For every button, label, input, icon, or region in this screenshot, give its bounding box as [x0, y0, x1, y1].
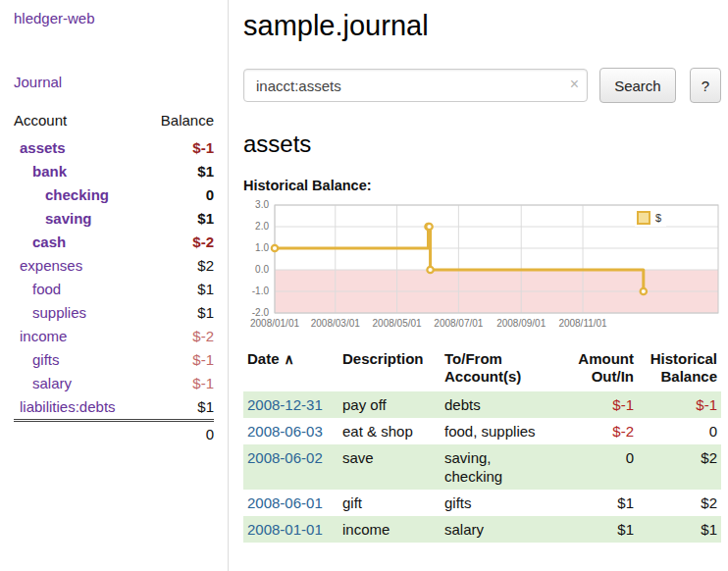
chart-ytick-label: 3.0 [255, 199, 269, 210]
account-balance: $1 [145, 278, 214, 301]
clear-search-icon[interactable]: × [570, 76, 579, 93]
accounts-total-spacer [14, 421, 145, 447]
register-header-balance: Historical Balance [638, 348, 721, 391]
chart-legend-label: $ [655, 212, 661, 224]
register-header-date[interactable]: Date∧ [243, 348, 338, 391]
account-link[interactable]: assets [20, 139, 66, 156]
register-balance: $-1 [638, 391, 721, 418]
app-title-link[interactable]: hledger-web [14, 10, 214, 26]
register-amount: $-1 [556, 391, 638, 418]
account-link[interactable]: income [20, 328, 67, 344]
page-title: sample.journal [243, 10, 721, 42]
register-description: income [338, 516, 441, 543]
account-link[interactable]: bank [32, 163, 67, 180]
accounts-total-value: 0 [145, 421, 214, 447]
search-button[interactable]: Search [599, 68, 676, 103]
register-body: 2008-12-31pay offdebts$-1$-12008-06-03ea… [243, 391, 721, 543]
account-row: assets$-1 [14, 136, 214, 160]
chart-title: Historical Balance: [243, 178, 721, 193]
register-description: pay off [338, 391, 441, 418]
account-link[interactable]: salary [32, 375, 72, 391]
account-link[interactable]: food [32, 281, 61, 297]
main-content: sample.journal × Search ? assets Histori… [243, 0, 721, 543]
account-balance: $-1 [145, 372, 214, 395]
register-balance: $1 [638, 516, 721, 543]
account-link[interactable]: checking [45, 186, 109, 203]
chart-legend-swatch-icon [638, 212, 650, 224]
chart-ytick-label: 2.0 [255, 221, 269, 232]
account-link[interactable]: gifts [32, 351, 60, 368]
chart-xtick-label: 2008/01/01 [250, 318, 299, 329]
chart-ytick-label: -2.0 [252, 307, 270, 318]
accounts-header-balance: Balance [145, 110, 214, 136]
register-amount: $1 [556, 516, 638, 543]
account-balance: 0 [145, 183, 214, 207]
register-description: eat & shop [338, 418, 441, 444]
transaction-date-link[interactable]: 2008-06-03 [247, 423, 323, 440]
account-balance: $-2 [145, 231, 214, 254]
search-input[interactable] [243, 69, 588, 102]
account-row: saving$1 [14, 207, 214, 231]
account-row: supplies$1 [14, 301, 214, 325]
account-row: income$-2 [14, 325, 214, 348]
register-date-cell: 2008-06-02 [243, 444, 338, 490]
chart-point-marker [427, 267, 433, 273]
account-link[interactable]: cash [32, 234, 66, 250]
register-date-cell: 2008-01-01 [243, 516, 338, 543]
sidebar: hledger-web Journal Account Balance asse… [0, 0, 229, 571]
register-balance: $2 [638, 444, 721, 490]
account-link[interactable]: liabilities:debts [20, 398, 116, 415]
account-balance: $-2 [145, 325, 214, 348]
account-row: bank$1 [14, 160, 214, 183]
account-name-cell: bank [14, 160, 145, 183]
register-date-cell: 2008-12-31 [243, 391, 338, 418]
account-name-cell: salary [14, 372, 145, 395]
account-balance: $-1 [145, 136, 214, 160]
chart-xtick-label: 2008/09/01 [496, 318, 546, 329]
register-header-description: Description [338, 348, 441, 391]
register-row: 2008-06-01giftgifts$1$2 [243, 490, 721, 516]
account-row: cash$-2 [14, 231, 214, 254]
register-accounts: food, supplies [441, 418, 556, 444]
transaction-date-link[interactable]: 2008-01-01 [247, 521, 323, 538]
accounts-header-account: Account [14, 110, 145, 136]
account-balance: $1 [145, 160, 214, 183]
register-accounts: gifts [441, 490, 556, 516]
account-balance: $1 [145, 207, 214, 231]
register-description: gift [338, 490, 441, 516]
account-link[interactable]: saving [45, 210, 92, 227]
accounts-header-row: Account Balance [14, 110, 214, 136]
sort-asc-icon: ∧ [285, 351, 294, 367]
account-name-cell: checking [14, 183, 145, 207]
account-name-cell: income [14, 325, 145, 348]
account-link[interactable]: expenses [20, 257, 82, 274]
account-balance: $-1 [145, 348, 214, 372]
transaction-date-link[interactable]: 2008-12-31 [247, 396, 323, 413]
account-name-cell: gifts [14, 348, 145, 372]
sidebar-item-journal[interactable]: Journal [14, 74, 214, 90]
register-row: 2008-06-02savesaving, checking0$2 [243, 444, 721, 490]
register-header-date-label: Date [247, 350, 280, 367]
account-name-cell: saving [14, 207, 145, 231]
accounts-body: assets$-1bank$1checking0saving$1cash$-2e… [14, 136, 214, 421]
register-balance: 0 [638, 418, 721, 444]
register-amount: $1 [556, 490, 638, 516]
account-balance: $1 [145, 395, 214, 421]
register-accounts: saving, checking [441, 444, 556, 490]
account-title: assets [243, 130, 721, 158]
chart-point-marker [641, 288, 647, 294]
chart-xtick-label: 2008/05/01 [373, 318, 422, 329]
register-header-amount: Amount Out/In [556, 348, 638, 391]
transaction-date-link[interactable]: 2008-06-01 [247, 494, 323, 511]
register-amount: $-2 [556, 418, 638, 444]
chart-ytick-label: 0.0 [255, 264, 269, 275]
register-date-cell: 2008-06-03 [243, 418, 338, 444]
help-button[interactable]: ? [690, 68, 721, 103]
transaction-date-link[interactable]: 2008-06-02 [247, 449, 323, 466]
account-row: expenses$2 [14, 254, 214, 278]
account-link[interactable]: supplies [32, 304, 86, 321]
register-balance: $2 [638, 490, 721, 516]
chart-xtick-label: 2008/11/01 [558, 318, 607, 329]
account-row: food$1 [14, 278, 214, 301]
chart-ytick-label: 1.0 [255, 242, 269, 253]
